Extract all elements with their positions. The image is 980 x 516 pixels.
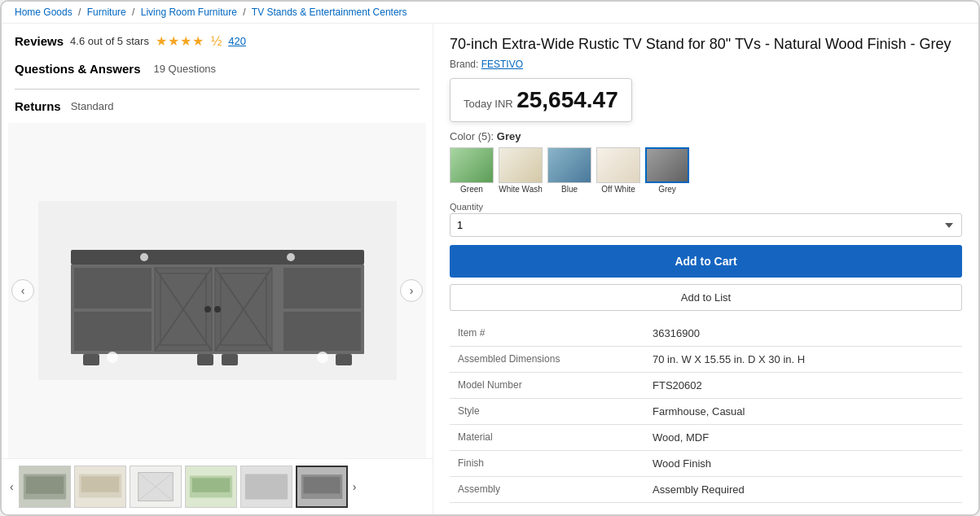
thumbnail-strip: ‹ — [2, 458, 433, 514]
breadcrumb: Home Goods / Furniture / Living Room Fur… — [2, 2, 978, 24]
color-swatch-off-white — [596, 147, 640, 183]
spec-label: Material — [450, 425, 644, 451]
svg-point-16 — [214, 306, 221, 313]
svg-rect-18 — [283, 312, 361, 351]
color-option-grey[interactable]: Grey — [645, 147, 689, 194]
spec-label: Model Number — [450, 373, 644, 399]
qa-row: Questions & Answers 19 Questions — [15, 62, 420, 76]
spec-label: Assembly — [450, 477, 644, 503]
returns-value: Standard — [71, 100, 114, 112]
svg-point-11 — [204, 306, 211, 313]
breadcrumb-furniture[interactable]: Furniture — [87, 7, 126, 18]
svg-rect-30 — [81, 476, 119, 492]
thumbnail-4[interactable] — [185, 466, 237, 508]
price-bubble: Today INR 25,654.47 — [450, 78, 632, 122]
qa-label: Questions & Answers — [15, 62, 140, 76]
svg-rect-17 — [283, 268, 361, 308]
spec-row: Assembled Dimensions 70 in. W X 15.55 in… — [450, 347, 962, 373]
brand-name[interactable]: FESTIVO — [481, 59, 523, 70]
brand-row: Brand: FESTIVO — [450, 59, 962, 70]
image-prev-arrow[interactable]: ‹ — [11, 279, 34, 302]
breadcrumb-home[interactable]: Home Goods — [15, 7, 73, 18]
spec-value: Wood, MDF — [644, 425, 962, 451]
thumbnail-5[interactable] — [240, 466, 292, 508]
color-swatch-blue — [547, 147, 591, 183]
thumbnail-3[interactable] — [130, 466, 182, 508]
add-to-list-button[interactable]: Add to List — [450, 284, 962, 311]
svg-point-19 — [107, 352, 118, 363]
color-option-white-wash[interactable]: White Wash — [499, 147, 543, 194]
color-swatch-green — [450, 147, 494, 183]
main-image-area: ‹ — [8, 123, 426, 458]
page-wrapper: Home Goods / Furniture / Living Room Fur… — [0, 0, 980, 516]
qa-count: 19 Questions — [153, 63, 216, 75]
svg-rect-39 — [245, 474, 288, 500]
product-image — [38, 201, 397, 380]
price-value: 25,654.47 — [516, 87, 618, 112]
svg-rect-37 — [191, 478, 230, 492]
color-caption-white-wash: White Wash — [499, 185, 543, 194]
left-panel: Reviews 4.6 out of 5 stars ★★★★½ 420 Que… — [2, 24, 433, 514]
product-image-svg — [38, 201, 397, 380]
quantity-section: Quantity 1 2 3 4 5 — [450, 202, 962, 237]
spec-value: 70 in. W X 15.55 in. D X 30 in. H — [644, 347, 962, 373]
reviews-rating-text: 4.6 out of 5 stars — [70, 35, 149, 47]
svg-rect-1 — [71, 250, 364, 265]
product-info-section: Reviews 4.6 out of 5 stars ★★★★½ 420 Que… — [2, 24, 433, 123]
color-option-off-white[interactable]: Off White — [596, 147, 640, 194]
reviews-row: Reviews 4.6 out of 5 stars ★★★★½ 420 — [15, 33, 420, 49]
color-options: Green White Wash Blue Off White — [450, 147, 962, 194]
half-star-icon: ½ — [211, 34, 222, 49]
color-caption-off-white: Off White — [601, 185, 635, 194]
spec-label: Assembled Dimensions — [450, 347, 644, 373]
thumbs-next-arrow[interactable]: › — [351, 480, 358, 493]
brand-label: Brand: — [450, 59, 478, 70]
thumbnail-6[interactable] — [296, 466, 348, 508]
spec-row: Style Farmhouse, Casual — [450, 399, 962, 425]
color-option-blue[interactable]: Blue — [547, 147, 591, 194]
svg-point-3 — [287, 253, 295, 261]
quantity-select[interactable]: 1 2 3 4 5 — [450, 213, 962, 237]
add-to-cart-button[interactable]: Add to Cart — [450, 245, 962, 278]
color-caption-grey: Grey — [658, 185, 676, 194]
specs-table: Item # 36316900 Assembled Dimensions 70 … — [450, 321, 962, 503]
spec-label: Finish — [450, 451, 644, 477]
svg-point-2 — [140, 253, 148, 261]
svg-rect-27 — [25, 476, 64, 493]
spec-value: Farmhouse, Casual — [644, 399, 962, 425]
product-title: 70-inch Extra-Wide Rustic TV Stand for 8… — [450, 35, 962, 54]
spec-label: Item # — [450, 321, 644, 347]
svg-rect-42 — [303, 477, 340, 494]
svg-rect-6 — [74, 312, 152, 351]
spec-row: Item # 36316900 — [450, 321, 962, 347]
thumbnail-2[interactable] — [74, 466, 126, 508]
returns-label: Returns — [15, 99, 61, 113]
spec-value: FTS20602 — [644, 373, 962, 399]
color-label: Color (5): — [450, 130, 494, 142]
color-selected: Grey — [497, 130, 521, 142]
main-content: Reviews 4.6 out of 5 stars ★★★★½ 420 Que… — [2, 24, 978, 514]
right-panel: 70-inch Extra-Wide Rustic TV Stand for 8… — [433, 24, 978, 514]
review-count[interactable]: 420 — [228, 35, 246, 47]
divider — [15, 89, 420, 90]
svg-rect-21 — [83, 354, 99, 365]
spec-value: Assembly Required — [644, 477, 962, 503]
thumbs-prev-arrow[interactable]: ‹ — [8, 480, 15, 493]
svg-rect-23 — [197, 354, 213, 365]
spec-row: Model Number FTS20602 — [450, 373, 962, 399]
spec-row: Finish Wood Finish — [450, 451, 962, 477]
color-option-green[interactable]: Green — [450, 147, 494, 194]
returns-row: Returns Standard — [15, 99, 420, 113]
price-label: Today INR — [464, 98, 513, 110]
reviews-label: Reviews — [15, 34, 64, 48]
quantity-label: Quantity — [450, 202, 962, 212]
spec-value: 36316900 — [644, 321, 962, 347]
spec-row: Material Wood, MDF — [450, 425, 962, 451]
breadcrumb-tv-stands[interactable]: TV Stands & Entertainment Centers — [252, 7, 407, 18]
color-swatch-white-wash — [499, 147, 543, 183]
spec-row: Assembly Assembly Required — [450, 477, 962, 503]
breadcrumb-living-room[interactable]: Living Room Furniture — [141, 7, 237, 18]
thumbnail-1[interactable] — [19, 466, 71, 508]
svg-point-20 — [317, 352, 328, 363]
image-next-arrow[interactable]: › — [400, 279, 423, 302]
